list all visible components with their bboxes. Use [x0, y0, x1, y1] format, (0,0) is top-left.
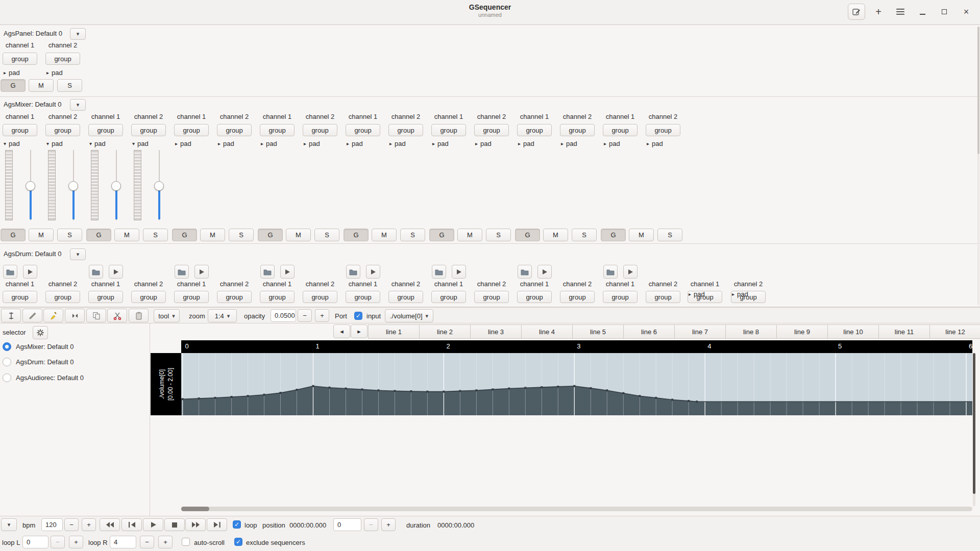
automation-line-tab[interactable]: line 12	[929, 324, 980, 339]
tabs-scroll-right-button[interactable]: ▸	[351, 324, 368, 338]
pad-expander[interactable]: ▾pad	[89, 140, 106, 147]
stop-button[interactable]	[164, 518, 185, 531]
editor-horizontal-scrollbar[interactable]	[181, 507, 972, 511]
opacity-increment-button[interactable]: +	[315, 309, 329, 322]
pad-expander[interactable]: ▸pad	[475, 140, 492, 147]
selector-option[interactable]: AgsAudiorec: Default 0	[3, 373, 84, 382]
group-button[interactable]: group	[603, 124, 638, 136]
primary-menu-button[interactable]	[892, 4, 909, 20]
pad-expander[interactable]: ▸pad	[218, 140, 234, 147]
exclude-sequencers-checkbox[interactable]	[234, 538, 242, 546]
volume-fader-handle[interactable]	[68, 181, 78, 191]
group-button[interactable]: group	[431, 124, 466, 136]
pad-expander[interactable]: ▾pad	[46, 140, 63, 147]
clear-button[interactable]	[43, 309, 63, 322]
pad-expander[interactable]: ▸pad	[689, 290, 705, 298]
mute-toggle-button[interactable]: M	[543, 229, 568, 241]
pad-expander[interactable]: ▸pad	[261, 140, 277, 147]
automation-line-tab[interactable]: line 7	[674, 324, 726, 339]
solo-toggle-button[interactable]: S	[57, 79, 82, 92]
radio-button[interactable]	[3, 358, 11, 366]
automation-line-tab[interactable]: line 2	[419, 324, 471, 339]
selector-option[interactable]: AgsDrum: Default 0	[3, 358, 74, 366]
loop-left-value[interactable]: 0	[22, 536, 48, 548]
edit-note-button[interactable]	[848, 4, 865, 20]
position-button[interactable]	[1, 309, 21, 322]
group-button[interactable]: group	[45, 124, 80, 136]
scrollbar-thumb[interactable]	[977, 27, 979, 154]
pad-expander[interactable]: ▸pad	[518, 140, 534, 147]
loop-checkbox[interactable]	[233, 520, 241, 529]
mute-toggle-button[interactable]: M	[372, 229, 397, 241]
maximize-button[interactable]	[936, 4, 953, 20]
selector-settings-button[interactable]	[33, 326, 48, 339]
pad-expander[interactable]: ▾pad	[4, 140, 20, 147]
minimize-button[interactable]	[914, 4, 931, 20]
solo-toggle-button[interactable]: S	[572, 229, 597, 241]
opacity-decrement-button[interactable]: −	[298, 309, 312, 322]
group-toggle-button[interactable]: G	[601, 229, 626, 241]
group-button[interactable]: group	[346, 124, 380, 136]
scrollbar-thumb[interactable]	[973, 353, 975, 494]
pad-expander[interactable]: ▸pad	[647, 140, 663, 147]
edit-button[interactable]	[22, 309, 42, 322]
bpm-increment-button[interactable]: +	[82, 518, 96, 531]
volume-fader-handle[interactable]	[26, 181, 35, 191]
next-button[interactable]	[207, 518, 227, 531]
copy-button[interactable]	[86, 309, 106, 322]
playback-menu-dropdown[interactable]: ▾	[1, 518, 17, 531]
group-toggle-button[interactable]: G	[429, 229, 454, 241]
group-button[interactable]: group	[303, 124, 337, 136]
machines-scrollbar[interactable]	[977, 27, 979, 305]
volume-fader-handle[interactable]	[154, 181, 164, 191]
automation-line-tab[interactable]: line 9	[776, 324, 828, 339]
group-button[interactable]: group	[260, 124, 295, 136]
tabs-scroll-left-button[interactable]: ◂	[333, 324, 350, 338]
group-button[interactable]: group	[474, 124, 509, 136]
mute-toggle-button[interactable]: M	[286, 229, 311, 241]
group-button[interactable]: group	[131, 124, 166, 136]
selector-option[interactable]: AgsMixer: Default 0	[3, 342, 74, 351]
pad-expander[interactable]: ▸pad	[432, 140, 449, 147]
group-toggle-button[interactable]: G	[172, 229, 197, 241]
pad-expander[interactable]: ▾pad	[132, 140, 149, 147]
auto-scroll-checkbox[interactable]	[182, 538, 190, 546]
volume-fader-handle[interactable]	[111, 181, 121, 191]
solo-toggle-button[interactable]: S	[143, 229, 168, 241]
group-toggle-button[interactable]: G	[86, 229, 111, 241]
automation-line-tab[interactable]: line 6	[623, 324, 675, 339]
scrollbar-thumb[interactable]	[181, 507, 209, 511]
group-button[interactable]: group	[646, 124, 680, 136]
port-dropdown[interactable]: ./volume[0] ▾	[385, 309, 433, 322]
close-button[interactable]: ×	[958, 4, 975, 20]
mute-toggle-button[interactable]: M	[29, 229, 54, 241]
loop-left-decrement-button[interactable]: −	[51, 536, 65, 548]
loop-right-increment-button[interactable]: +	[158, 536, 173, 548]
tool-dropdown[interactable]: tool ▾	[154, 309, 180, 322]
bpm-decrement-button[interactable]: −	[64, 518, 79, 531]
automation-line-tab[interactable]: line 11	[878, 324, 930, 339]
automation-line-tab[interactable]: line 3	[470, 324, 522, 339]
automation-line-tab[interactable]: line 1	[368, 324, 420, 339]
pad-expander[interactable]: ▸pad	[347, 140, 363, 147]
group-button[interactable]: group	[3, 124, 37, 136]
select-button[interactable]	[65, 309, 85, 322]
cut-button[interactable]	[107, 309, 127, 322]
radio-button[interactable]	[3, 342, 11, 351]
group-toggle-button[interactable]: G	[344, 229, 369, 241]
pad-expander[interactable]: ▸pad	[732, 290, 748, 298]
mute-toggle-button[interactable]: M	[29, 79, 54, 92]
pad-expander[interactable]: ▸pad	[604, 140, 620, 147]
pad-expander[interactable]: ▸pad	[304, 140, 320, 147]
pad-expander[interactable]: ▸pad	[389, 140, 406, 147]
add-machine-button[interactable]: +	[870, 4, 887, 20]
opacity-value[interactable]: 0.0500	[271, 309, 296, 322]
pad-expander[interactable]: ▸pad	[46, 69, 63, 77]
group-toggle-button[interactable]: G	[258, 229, 283, 241]
pad-expander[interactable]: ▸pad	[175, 140, 191, 147]
automation-line-tab[interactable]: line 4	[521, 324, 573, 339]
solo-toggle-button[interactable]: S	[57, 229, 82, 241]
group-button[interactable]: group	[217, 124, 252, 136]
solo-toggle-button[interactable]: S	[400, 229, 425, 241]
group-button[interactable]: group	[517, 124, 552, 136]
